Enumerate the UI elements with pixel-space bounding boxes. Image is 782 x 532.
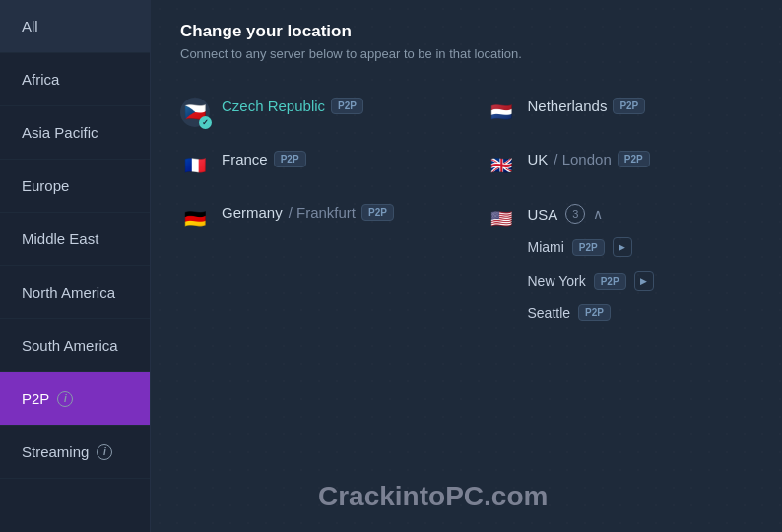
flag-circle-active: 🇨🇿✓ bbox=[180, 98, 210, 127]
sidebar-item-asia-pacific[interactable]: Asia Pacific bbox=[0, 106, 150, 160]
server-item-uk[interactable]: 🇬🇧UK/ LondonP2P bbox=[487, 139, 753, 192]
p2p-badge: P2P bbox=[618, 151, 650, 167]
flag-icon: 🇳🇱 bbox=[487, 98, 516, 127]
sidebar-item-label: Middle East bbox=[22, 231, 98, 247]
sub-p2p-badge: P2P bbox=[572, 239, 605, 256]
flag-icon: 🇫🇷 bbox=[180, 151, 210, 180]
server-info: FranceP2P bbox=[222, 151, 306, 167]
server-sub: / London bbox=[554, 151, 611, 167]
flag-icon: 🇺🇸 bbox=[487, 204, 516, 233]
p2p-badge: P2P bbox=[361, 204, 394, 221]
main-content: Change your location Connect to any serv… bbox=[151, 0, 782, 532]
info-icon[interactable]: i bbox=[57, 391, 73, 407]
server-item-czech[interactable]: 🇨🇿✓Czech RepublicP2P bbox=[180, 86, 467, 139]
flag-icon: 🇩🇪 bbox=[180, 204, 210, 233]
page-title: Change your location bbox=[180, 22, 752, 41]
server-count: 3 bbox=[565, 204, 585, 224]
server-item-france[interactable]: 🇫🇷FranceP2P bbox=[180, 139, 467, 192]
server-info: Czech RepublicP2P bbox=[222, 98, 363, 114]
server-info: NetherlandsP2P bbox=[528, 98, 646, 114]
server-info: Germany/ FrankfurtP2P bbox=[222, 204, 394, 221]
play-icon[interactable]: ▶ bbox=[613, 237, 632, 257]
play-icon[interactable]: ▶ bbox=[634, 271, 654, 291]
page-subtitle: Connect to any server below to appear to… bbox=[180, 46, 752, 61]
sub-servers-list: MiamiP2P▶New YorkP2P▶SeattleP2P bbox=[528, 232, 654, 327]
sidebar-item-streaming[interactable]: Streamingi bbox=[0, 426, 150, 479]
sidebar-item-p2p[interactable]: P2Pi bbox=[0, 372, 150, 426]
sidebar-item-africa[interactable]: Africa bbox=[0, 53, 150, 106]
sidebar-item-europe[interactable]: Europe bbox=[0, 160, 150, 213]
server-sub: / Frankfurt bbox=[289, 204, 356, 221]
sidebar-item-label: Africa bbox=[22, 71, 59, 88]
server-name: Germany bbox=[222, 204, 283, 221]
active-checkmark: ✓ bbox=[199, 116, 212, 129]
watermark: CrackintoPC.com bbox=[318, 481, 548, 512]
chevron-up-icon[interactable]: ∧ bbox=[593, 206, 603, 222]
sidebar-item-north-america[interactable]: North America bbox=[0, 266, 150, 319]
server-item-netherlands[interactable]: 🇳🇱NetherlandsP2P bbox=[487, 86, 753, 139]
sub-server-name: New York bbox=[528, 273, 586, 289]
server-name: USA bbox=[528, 206, 558, 223]
sidebar-item-label: Asia Pacific bbox=[22, 124, 98, 141]
server-name: UK bbox=[528, 151, 549, 167]
sub-server-item[interactable]: SeattleP2P bbox=[528, 299, 654, 327]
p2p-badge: P2P bbox=[331, 98, 363, 114]
sub-server-item[interactable]: MiamiP2P▶ bbox=[528, 232, 654, 263]
servers-right-col: 🇳🇱NetherlandsP2P🇬🇧UK/ LondonP2P🇺🇸USA3∧Mi… bbox=[467, 86, 753, 339]
p2p-badge: P2P bbox=[613, 98, 645, 114]
sidebar-item-label: P2P bbox=[22, 390, 49, 407]
server-info: UK/ LondonP2P bbox=[528, 151, 650, 167]
sidebar-item-label: South America bbox=[22, 337, 118, 354]
server-name: France bbox=[222, 151, 268, 167]
sub-server-name: Seattle bbox=[528, 305, 571, 321]
sub-p2p-badge: P2P bbox=[594, 273, 626, 290]
sidebar: AllAfricaAsia PacificEuropeMiddle EastNo… bbox=[0, 0, 151, 532]
sidebar-item-label: Europe bbox=[22, 177, 69, 194]
sub-server-item[interactable]: New YorkP2P▶ bbox=[528, 265, 654, 297]
sidebar-item-middle-east[interactable]: Middle East bbox=[0, 213, 150, 266]
sidebar-item-all[interactable]: All bbox=[0, 0, 150, 53]
sub-p2p-badge: P2P bbox=[578, 304, 611, 321]
server-name: Czech Republic bbox=[222, 98, 325, 114]
sidebar-item-label: All bbox=[22, 18, 38, 34]
info-icon[interactable]: i bbox=[97, 444, 112, 460]
servers-grid: 🇨🇿✓Czech RepublicP2P🇫🇷FranceP2P🇩🇪Germany… bbox=[180, 86, 752, 339]
flag-icon: 🇬🇧 bbox=[487, 151, 516, 180]
sidebar-item-label: North America bbox=[22, 284, 115, 300]
server-name: Netherlands bbox=[528, 98, 608, 114]
sub-server-name: Miami bbox=[528, 239, 564, 255]
server-item-usa[interactable]: 🇺🇸USA3∧MiamiP2P▶New YorkP2P▶SeattleP2P bbox=[487, 192, 753, 339]
sidebar-item-south-america[interactable]: South America bbox=[0, 319, 150, 372]
server-item-germany[interactable]: 🇩🇪Germany/ FrankfurtP2P bbox=[180, 192, 467, 245]
p2p-badge: P2P bbox=[274, 151, 306, 167]
server-info: USA3∧MiamiP2P▶New YorkP2P▶SeattleP2P bbox=[528, 204, 654, 327]
sidebar-item-label: Streaming bbox=[22, 443, 89, 460]
servers-left-col: 🇨🇿✓Czech RepublicP2P🇫🇷FranceP2P🇩🇪Germany… bbox=[180, 86, 467, 339]
